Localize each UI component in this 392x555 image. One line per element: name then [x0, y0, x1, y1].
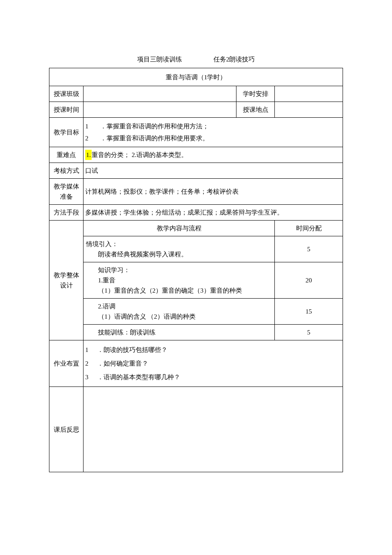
d4-l1: 技能训练：朗读训练: [85, 327, 273, 337]
d1-l2: 朗读者经典视频案例导入课程。: [85, 249, 273, 259]
reflection-value: [84, 387, 343, 472]
design-time-1: 5: [275, 236, 343, 262]
d3-l1: 2.语调: [85, 301, 273, 311]
homework-content: 1 ．朗读的技巧包括哪些？ 2 ．如何确定重音？ 3 ．语调的基本类型有哪几种？: [84, 340, 343, 387]
assessment-value: 口试: [84, 163, 343, 179]
meta-row-1: 授课班级 学时安排: [49, 86, 343, 102]
hours-value: [275, 86, 343, 102]
assessment-label: 考核方式: [49, 163, 84, 179]
goal-num-2: 2: [85, 133, 90, 143]
place-value: [275, 102, 343, 118]
design-content-3: 2.语调 （1）语调的含义 （2）语调的种类: [84, 299, 275, 325]
meta-row-2: 授课时间 授课地点: [49, 102, 343, 118]
media-row: 教学媒体准备 计算机网络；投影仪；教学课件；任务单；考核评价表: [49, 179, 343, 205]
design-content-2: 知识学习： 1.重音 （1）重音的含义（2）重音的确定（3）重音的种类: [84, 262, 275, 299]
time-label: 授课时间: [49, 102, 84, 118]
hw-num-3: 3: [85, 372, 94, 382]
d2-l1: 知识学习：: [85, 265, 273, 275]
design-time-2: 20: [275, 262, 343, 299]
design-time-4: 5: [275, 325, 343, 340]
header-right: 任务2朗读技巧: [213, 56, 255, 63]
goal-text-2: ．掌握重音和语调的作用和使用要求。: [100, 135, 209, 142]
design-content-1: 情境引入： 朗读者经典视频案例导入课程。: [84, 236, 275, 262]
highlight-mark: 1.: [85, 150, 92, 160]
hw-num-2: 2: [85, 358, 94, 369]
class-value: [84, 86, 236, 102]
design-header-row: 教学整体设计 教学内容与流程 时间分配: [49, 221, 343, 236]
title-row: 重音与语调（1学时）: [49, 68, 343, 86]
d2-l2: 1.重音: [85, 275, 273, 285]
design-time-3: 15: [275, 299, 343, 325]
goal-num-1: 1: [85, 121, 90, 131]
design-header-left: 教学内容与流程: [84, 221, 275, 236]
hw-text-2: ．如何确定重音？: [97, 360, 148, 367]
header-left: 项目三朗读训练: [137, 55, 182, 64]
goals-row: 教学目标 1 ．掌握重音和语调的作用和使用方法； 2 ．掌握重音和语调的作用和使…: [49, 118, 343, 147]
homework-row: 作业布置 1 ．朗读的技巧包括哪些？ 2 ．如何确定重音？ 3 ．语调的基本类型…: [49, 340, 343, 387]
methods-row: 方法手段 多媒体讲授；学生体验；分组活动；成果汇报；成果答辩与学生互评。: [49, 205, 343, 221]
d1-l1: 情境引入：: [85, 239, 273, 249]
design-content-4: 技能训练：朗读训练: [84, 325, 275, 340]
design-row-4: 技能训练：朗读训练 5: [49, 325, 343, 340]
time-value: [84, 102, 236, 118]
diff-line2: 2.语调的基本类型。: [132, 151, 187, 158]
reflection-label: 课后反思: [49, 387, 84, 472]
hours-label: 学时安排: [236, 86, 275, 102]
document-header: 项目三朗读训练 任务2朗读技巧: [49, 55, 343, 64]
media-value: 计算机网络；投影仪；教学课件；任务单；考核评价表: [84, 179, 343, 205]
d3-l2: （1）语调的含义 （2）语调的种类: [85, 311, 273, 322]
hw-text-3: ．语调的基本类型有哪几种？: [97, 374, 180, 381]
design-row-2: 知识学习： 1.重音 （1）重音的含义（2）重音的确定（3）重音的种类 20: [49, 262, 343, 299]
difficulties-row: 重难点 1.重音的分类； 2.语调的基本类型。: [49, 147, 343, 163]
homework-label: 作业布置: [49, 340, 84, 387]
d2-l3: （1）重音的含义（2）重音的确定（3）重音的种类: [85, 285, 273, 296]
diff-line1: 重音的分类；: [92, 151, 130, 158]
difficulties-label: 重难点: [49, 147, 84, 163]
difficulties-content: 1.重音的分类； 2.语调的基本类型。: [84, 147, 343, 163]
reflection-row: 课后反思: [49, 387, 343, 472]
hw-num-1: 1: [85, 345, 94, 355]
design-row-3: 2.语调 （1）语调的含义 （2）语调的种类 15: [49, 299, 343, 325]
lesson-title: 重音与语调（1学时）: [49, 68, 343, 86]
goal-text-1: ．掌握重音和语调的作用和使用方法；: [100, 123, 209, 130]
goals-label: 教学目标: [49, 118, 84, 147]
design-label: 教学整体设计: [49, 221, 84, 340]
assessment-row: 考核方式 口试: [49, 163, 343, 179]
place-label: 授课地点: [236, 102, 275, 118]
lesson-plan-table: 重音与语调（1学时） 授课班级 学时安排 授课时间 授课地点 教学目标 1 ．掌…: [49, 68, 343, 472]
media-label: 教学媒体准备: [49, 179, 84, 205]
goals-content: 1 ．掌握重音和语调的作用和使用方法； 2 ．掌握重音和语调的作用和使用要求。: [84, 118, 343, 147]
design-row-1: 情境引入： 朗读者经典视频案例导入课程。 5: [49, 236, 343, 262]
class-label: 授课班级: [49, 86, 84, 102]
methods-value: 多媒体讲授；学生体验；分组活动；成果汇报；成果答辩与学生互评。: [84, 205, 343, 221]
hw-text-1: ．朗读的技巧包括哪些？: [97, 346, 167, 353]
design-header-right: 时间分配: [275, 221, 343, 236]
methods-label: 方法手段: [49, 205, 84, 221]
